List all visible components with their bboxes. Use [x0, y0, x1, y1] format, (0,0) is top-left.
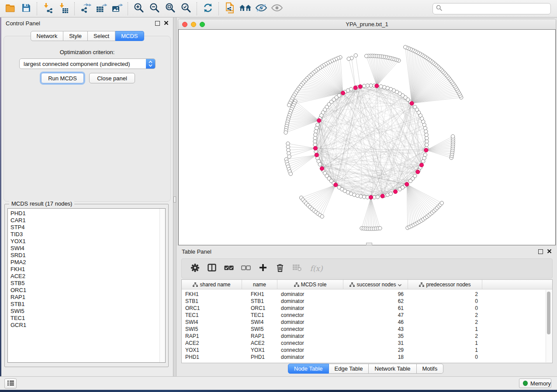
zoom-fit-button[interactable] [163, 2, 178, 16]
table-row[interactable]: STB1STB1dominator620 [182, 298, 552, 305]
float-panel-icon[interactable] [538, 249, 543, 254]
network-overview-button[interactable] [238, 2, 253, 16]
optimization-criterion-dropdown[interactable]: largest connected component (undirected) [19, 58, 156, 69]
export-image-button[interactable] [109, 2, 125, 16]
network-graph[interactable] [178, 30, 556, 245]
zoom-out-button[interactable] [147, 2, 163, 16]
mcds-result-item[interactable]: ORC1 [8, 287, 165, 294]
mcds-result-item[interactable]: GCR1 [8, 322, 165, 329]
refresh-button[interactable] [200, 2, 216, 16]
column-header-shared-name[interactable]: shared name [182, 280, 242, 289]
network-window-titlebar[interactable]: YPA_prune.txt_1 [178, 19, 556, 30]
export-network-button[interactable] [78, 2, 93, 16]
memory-status-icon [523, 381, 528, 386]
close-panel-icon[interactable] [164, 19, 169, 27]
tab-style[interactable]: Style [63, 31, 88, 41]
table-row[interactable]: FKH1FKH1dominator962 [182, 291, 552, 298]
table-row[interactable]: ACE2ACE2connector311 [182, 340, 552, 347]
import-network-button[interactable] [40, 2, 56, 16]
tab-select[interactable]: Select [88, 31, 115, 41]
mcds-result-item[interactable]: TEC1 [8, 315, 165, 322]
table-row[interactable]: PHD1PHD1dominator180 [182, 354, 552, 361]
mcds-result-item[interactable]: RAP1 [8, 294, 165, 301]
mcds-result-item[interactable]: FKH1 [8, 266, 165, 273]
table-row[interactable]: ORC1ORC1dominator610 [182, 305, 552, 312]
memory-button[interactable]: Memory [519, 378, 551, 388]
tab-motifs[interactable]: Motifs [417, 364, 444, 374]
column-header-name[interactable]: name [242, 280, 277, 289]
table-row[interactable]: YOX1YOX1connector291 [182, 347, 552, 354]
table-cell: dominator [277, 319, 343, 325]
tab-edge-table[interactable]: Edge Table [329, 364, 369, 374]
delete-column-button[interactable] [275, 263, 285, 274]
import-table-button[interactable] [56, 2, 72, 16]
show-hidden-button[interactable] [269, 2, 285, 16]
mcds-result-item[interactable]: SRD1 [8, 252, 165, 259]
table-cell: ORC1 [242, 305, 277, 311]
tab-network-table[interactable]: Network Table [369, 364, 416, 374]
table-settings-button[interactable] [190, 263, 200, 274]
mcds-result-item[interactable]: SWI5 [8, 308, 165, 315]
mcds-result-item[interactable]: STB5 [8, 280, 165, 287]
search-input[interactable] [442, 4, 550, 13]
checked-boxes-icon [224, 265, 234, 272]
mcds-result-item[interactable]: PMA2 [8, 259, 165, 266]
add-column-button[interactable] [258, 263, 268, 274]
column-header-mcds-role[interactable]: MCDS role [277, 280, 343, 289]
open-session-button[interactable] [3, 2, 18, 16]
hide-selected-button[interactable] [253, 2, 269, 16]
table-cell: 1 [408, 347, 482, 353]
mcds-result-item[interactable]: PHD1 [8, 210, 165, 217]
zoom-selected-button[interactable] [178, 2, 194, 16]
mcds-result-item[interactable]: ACE2 [8, 273, 165, 280]
run-mcds-button[interactable]: Run MCDS [41, 73, 84, 83]
memory-label: Memory [530, 380, 551, 387]
table-cell: TEC1 [242, 312, 277, 318]
table-row[interactable]: RAP1RAP1dominator352 [182, 333, 552, 340]
table-panel: Table Panel [176, 246, 557, 376]
network-view-canvas[interactable] [178, 29, 556, 245]
table-cell: connector [277, 347, 343, 353]
mcds-result-item[interactable]: SWI4 [8, 245, 165, 252]
table-row[interactable]: TEC1TEC1connector472 [182, 312, 552, 319]
task-history-button[interactable] [4, 378, 17, 389]
refresh-icon [203, 3, 213, 15]
mcds-result-item[interactable]: YOX1 [8, 238, 165, 245]
tab-mcds[interactable]: MCDS [115, 31, 144, 41]
table-row[interactable]: SWI4SWI4dominator462 [182, 319, 552, 326]
float-panel-icon[interactable] [155, 21, 160, 26]
mcds-result-item[interactable]: TID3 [8, 231, 165, 238]
table-row[interactable]: SWI5SWI5connector431 [182, 326, 552, 333]
mcds-result-item[interactable]: STP4 [8, 224, 165, 231]
column-header-successor-nodes[interactable]: successor nodes [343, 280, 408, 289]
table-scrollbar[interactable] [546, 290, 552, 362]
duplicate-network-button[interactable] [222, 2, 238, 16]
control-panel-tabs: Network Style Select MCDS [30, 31, 144, 41]
deselect-all-button[interactable] [241, 263, 251, 274]
open-folder-icon [5, 3, 16, 14]
close-panel-icon[interactable] [547, 248, 552, 255]
select-all-button[interactable] [224, 263, 234, 274]
tab-node-table[interactable]: Node Table [288, 364, 329, 374]
table-scrollbar-thumb[interactable] [547, 292, 550, 334]
mcds-result-item[interactable]: STB1 [8, 301, 165, 308]
tab-network[interactable]: Network [30, 31, 63, 41]
list-scrollbar-track[interactable] [159, 209, 165, 362]
mcds-result-item[interactable]: CAR1 [8, 217, 165, 224]
horizontal-splitter-handle[interactable] [366, 243, 372, 245]
control-panel: Control Panel Network Style Select MCDS … [1, 17, 173, 376]
close-panel-button[interactable]: Close panel [89, 73, 135, 83]
mcds-result-items: PHD1CAR1STP4TID3YOX1SWI4SRD1PMA2FKH1ACE2… [8, 209, 165, 329]
dropdown-stepper-icon [146, 59, 155, 69]
trash-icon [277, 264, 284, 274]
zoom-in-button[interactable] [131, 2, 147, 16]
export-table-button[interactable] [93, 2, 109, 16]
column-header-predecessor-nodes[interactable]: predecessor nodes [408, 280, 482, 289]
mcds-result-list[interactable]: PHD1CAR1STP4TID3YOX1SWI4SRD1PMA2FKH1ACE2… [7, 208, 166, 363]
vertical-splitter[interactable] [173, 17, 176, 376]
save-session-button[interactable] [18, 2, 34, 16]
splitter-handle[interactable] [173, 196, 176, 203]
table-cell: 29 [343, 347, 408, 353]
split-view-button[interactable] [207, 263, 217, 274]
table-panel-title: Table Panel [182, 248, 211, 255]
